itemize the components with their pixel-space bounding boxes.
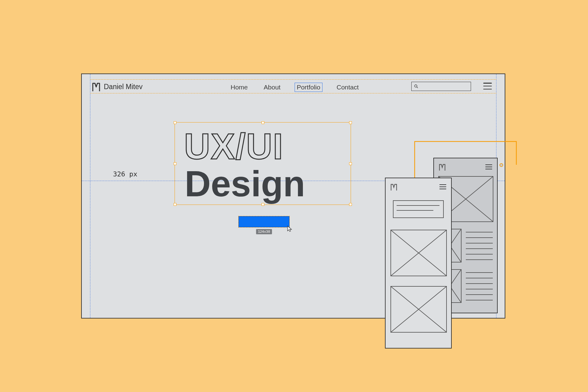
brand-logo-icon xyxy=(92,81,100,92)
wireframe-textline xyxy=(466,232,493,232)
nav-home[interactable]: Home xyxy=(229,83,250,92)
mock-menu-icon xyxy=(439,184,446,189)
wireframe-textline xyxy=(466,289,493,289)
cursor-icon xyxy=(287,225,292,232)
wireframe-textline xyxy=(397,205,439,206)
cta-selection-guide xyxy=(238,216,290,228)
wireframe-textline xyxy=(466,254,493,254)
nav-contact[interactable]: Contact xyxy=(335,83,360,92)
wireframe-textline xyxy=(466,283,493,284)
hero-title-line2: Design xyxy=(185,163,305,205)
nav-about[interactable]: About xyxy=(262,83,282,92)
nav-guide-top xyxy=(90,79,496,80)
wireframe-textline xyxy=(466,237,493,238)
brand-name: Daniel Mitev xyxy=(104,83,143,91)
wireframe-textline xyxy=(466,243,493,243)
menu-icon[interactable] xyxy=(483,83,492,89)
svg-line-1 xyxy=(417,87,418,88)
nav-guide-bottom xyxy=(90,93,496,93)
mock-logo-icon xyxy=(390,183,397,191)
vertical-guide-left xyxy=(90,74,90,318)
wireframe-textline xyxy=(466,294,493,295)
wireframe-image-placeholder xyxy=(390,286,447,333)
measurement-label: 326 px xyxy=(113,170,137,178)
nav-portfolio[interactable]: Portfolio xyxy=(295,83,322,92)
wireframe-textline xyxy=(466,248,493,249)
wireframe-textline xyxy=(466,272,493,273)
hero-title-line1: UX/UI xyxy=(184,126,284,167)
wireframe-text-card xyxy=(393,200,444,218)
search-input[interactable] xyxy=(411,82,471,91)
cta-size-badge: 124x30 xyxy=(256,229,272,234)
cta-button-wrapper: 124x30 xyxy=(239,216,289,227)
mock-logo-icon xyxy=(439,163,446,171)
mock-menu-icon xyxy=(485,164,492,169)
wireframe-textline xyxy=(466,300,493,300)
wireframe-image-placeholder xyxy=(390,230,447,276)
flow-connection-dot xyxy=(499,163,503,167)
mobile-wireframe-front xyxy=(385,178,452,349)
wireframe-textline xyxy=(397,210,433,211)
svg-point-0 xyxy=(415,85,417,87)
main-nav: Home About Portfolio Contact xyxy=(229,83,360,92)
search-icon xyxy=(414,84,418,89)
wireframe-textline xyxy=(466,259,493,260)
wireframe-textline xyxy=(466,278,493,278)
